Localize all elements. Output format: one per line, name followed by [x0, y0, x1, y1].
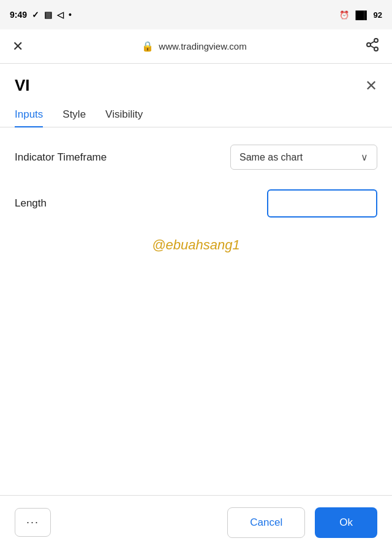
status-bar: 9:49 ✓ ▤ ◁ • ⏰ ▐█▌ 92 — [0, 0, 392, 29]
more-button[interactable]: ··· — [15, 508, 51, 537]
svg-point-1 — [367, 43, 371, 47]
share-icon[interactable] — [365, 37, 380, 55]
watermark: @ebuahsang1 — [15, 237, 377, 253]
chevron-down-icon: ∨ — [361, 151, 368, 163]
browser-bar: ✕ 🔒 www.tradingview.com — [0, 29, 392, 64]
dialog-header: VI ✕ — [0, 64, 392, 102]
nav-icon: ◁ — [57, 10, 64, 20]
status-left: 9:49 ✓ ▤ ◁ • — [10, 10, 72, 20]
status-right: ⏰ ▐█▌ 92 — [339, 10, 382, 20]
browser-close-icon[interactable]: ✕ — [12, 39, 23, 55]
battery-label: 92 — [374, 10, 382, 20]
url-text: www.tradingview.com — [159, 41, 246, 51]
action-buttons: Cancel Ok — [227, 507, 377, 538]
tab-inputs[interactable]: Inputs — [15, 102, 43, 127]
svg-line-3 — [371, 46, 375, 48]
signal-icon: ▐█▌ — [353, 10, 370, 20]
sim-icon: ✓ — [32, 10, 39, 20]
lock-icon: 🔒 — [141, 40, 154, 52]
notes-icon: ▤ — [44, 10, 52, 20]
dialog-close-button[interactable]: ✕ — [365, 77, 377, 94]
tabs: Inputs Style Visibility — [0, 102, 392, 127]
dialog: VI ✕ Inputs Style Visibility Indicator T… — [0, 64, 392, 549]
tab-visibility[interactable]: Visibility — [105, 102, 143, 127]
svg-point-2 — [374, 47, 378, 51]
browser-url-bar: 🔒 www.tradingview.com — [141, 40, 246, 52]
tab-style[interactable]: Style — [62, 102, 86, 127]
clock-icon: ⏰ — [339, 10, 349, 20]
timeframe-dropdown[interactable]: Same as chart ∨ — [230, 145, 377, 170]
timeframe-label: Indicator Timeframe — [15, 151, 107, 164]
length-input[interactable] — [267, 189, 377, 218]
dot-icon: • — [69, 10, 72, 20]
timeframe-row: Indicator Timeframe Same as chart ∨ — [15, 145, 377, 170]
timeframe-value: Same as chart — [239, 152, 303, 163]
ok-button[interactable]: Ok — [315, 507, 377, 538]
dialog-title: VI — [15, 76, 30, 95]
cancel-button[interactable]: Cancel — [227, 507, 305, 538]
svg-point-0 — [374, 39, 378, 42]
status-time: 9:49 — [10, 10, 27, 20]
length-label: Length — [15, 197, 47, 210]
length-row: Length — [15, 189, 377, 218]
dialog-content: Indicator Timeframe Same as chart ∨ Leng… — [0, 127, 392, 270]
svg-line-4 — [371, 42, 375, 44]
bottom-bar: ··· Cancel Ok — [0, 495, 392, 549]
